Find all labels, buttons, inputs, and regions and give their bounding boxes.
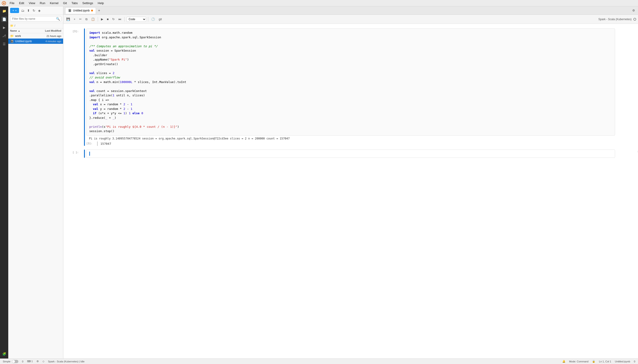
cell-label-empty: [ ]: [73,151,79,154]
settings-icon-button[interactable]: ⚙ [631,8,636,13]
kernel-circle-icon [633,18,636,21]
menubar: File Edit View Run Kernel Git Tabs Setti… [0,0,638,6]
tab-untitled[interactable]: 📓 Untitled.ipynb [65,7,96,14]
toolbar-sep1 [98,17,98,22]
breadcrumb: 📁 / [8,23,63,28]
nb-toolbar: 💾 + ✂ ⧉ 📋 ▶ ■ ↻ ⏭ Code Markdown Raw 🕐 gi… [63,15,638,24]
bell-icon: 🔔 [562,360,565,363]
rail-list-icon[interactable]: ☰ [2,41,7,47]
rail-puzzle-icon[interactable]: 🧩 [2,351,7,357]
rail-files-icon[interactable]: 📄 [2,16,7,22]
upload-file-button[interactable]: ⬆ [27,8,31,13]
col-name-header[interactable]: Name ▲ [10,29,38,32]
copy-cell-button[interactable]: ⧉ [637,150,638,154]
settings-icon: ⚙ [37,360,39,363]
tab-bar: 📓 Untitled.ipynb + ⚙ [63,6,638,15]
rail-git-icon[interactable]: ⎇ [2,33,7,38]
menu-run[interactable]: Run [38,1,47,5]
git-toolbar-button[interactable]: git [157,17,163,22]
toggle-knob [12,360,15,363]
notebook-file-icon: 📓 [68,9,72,12]
plus-icon: + [13,9,14,12]
rail-run-icon[interactable]: ▶ [2,25,7,30]
git-toolbar-label: git [159,18,162,21]
icon-rail: 📁 📄 ▶ ⎇ ☰ 🧩 [0,6,8,358]
notebook-area: 📓 Untitled.ipynb + ⚙ 💾 + ✂ ⧉ 📋 ▶ ■ ↻ ⏭ C… [63,6,638,358]
counter1-label: 0 [22,360,24,363]
cell-type-select[interactable]: Code Markdown Raw [127,17,146,22]
new-button-label: + [15,9,17,12]
tab-add-button[interactable]: + [96,8,102,13]
git-clone-button[interactable]: ◈ [38,8,41,13]
empty-code-area[interactable] [86,150,615,158]
file-row-untitled[interactable]: 📓 Untitled.ipynb 4 minutes ago [8,38,63,44]
shield-icon: 🔒 [592,360,595,363]
stop-button[interactable]: ■ [106,17,110,22]
clock-icon-button[interactable]: 🕐 [150,17,156,22]
file-time-untitled: 4 minutes ago [38,40,61,43]
kernel-status: Spark - Scala (Kubernetes) [598,18,636,21]
svg-point-1 [3,2,5,4]
result-3: 157047 [97,142,111,146]
save-button[interactable]: 💾 [65,17,71,22]
code-cell-3: [3]: import scala.math.random import org… [86,28,615,146]
refresh-button[interactable]: ↻ [32,8,36,13]
cell-gutter [84,28,85,146]
tab-title: Untitled.ipynb [73,9,90,12]
mode-label: Mode: Command [569,360,588,363]
menu-view[interactable]: View [27,1,37,5]
run-button[interactable]: ▶ [100,17,105,22]
cut-button[interactable]: ✂ [78,17,83,22]
file-list-header: Name ▲ Last Modified [8,28,63,33]
sort-icon: ▲ [18,30,20,32]
kernel-label: Spark - Scala (Kubernetes) [598,18,631,21]
upload-folder-button[interactable]: 🗂 [21,8,25,13]
filename-label: Untitled.ipynb [615,360,630,363]
simple-label: Simple [3,360,11,363]
simple-toggle[interactable] [12,360,18,363]
toolbar-sep2 [124,17,125,22]
ln-col-label: Ln 1, Col 1 [599,360,611,363]
folder-item-icon: 📁 [10,34,14,38]
simple-mode-wrap: Simple [3,360,18,363]
counter2-label: 1 [32,360,33,362]
search-input[interactable] [10,16,61,22]
cursor-indicator [89,152,90,156]
cell-label-3: [3]: [73,30,79,33]
menu-help[interactable]: Help [96,1,106,5]
fast-forward-button[interactable]: ⏭ [117,17,123,22]
file-row-work[interactable]: 📁 work 21 hours ago [8,33,63,38]
keyboard-icon: ⌨ [27,360,31,362]
add-cell-button[interactable]: + [73,17,77,22]
rail-folder-icon[interactable]: 📁 [2,8,7,14]
new-button[interactable]: + + [10,8,19,13]
counter2-wrap: ⌨ 1 [27,360,33,363]
copy-button[interactable]: ⧉ [84,17,89,22]
status-bar: Simple 0 ⌨ 1 ⚙ ◇ Spark - Scala (Kubernet… [0,358,638,364]
sidebar: + + 🗂 ⬆ ↻ ◈ 🔍 📁 / Name ▲ Last Modified [8,6,63,358]
file-list: 📁 work 21 hours ago 📓 Untitled.ipynb 4 m… [8,33,63,358]
cell-toolbar-right: ⧉ ↑ ↓ ⊕ ⊞ 🗑 [637,150,638,154]
menu-kernel[interactable]: Kernel [48,1,60,5]
breadcrumb-path: / [15,24,15,27]
menu-tabs[interactable]: Tabs [70,1,79,5]
menu-file[interactable]: File [8,1,16,5]
bell-count-label: 0 [634,360,635,363]
nb-content: [3]: import scala.math.random import org… [63,24,638,358]
folder-icon: 📁 [10,24,14,27]
code-cell-empty: [ ]: ⧉ ↑ ↓ ⊕ ⊞ 🗑 [86,150,615,158]
status-right: 🔔 Mode: Command 🔒 Ln 1, Col 1 Untitled.i… [562,360,635,363]
col-modified-header[interactable]: Last Modified [38,29,61,32]
paste-button[interactable]: 📋 [90,17,96,22]
file-name-work: work [15,34,38,38]
app-body: 📁 📄 ▶ ⎇ ☰ 🧩 + + 🗂 ⬆ ↻ ◈ 🔍 📁 / [0,6,638,358]
menu-edit[interactable]: Edit [17,1,26,5]
menu-settings[interactable]: Settings [81,1,95,5]
search-icon-button[interactable]: 🔍 [56,17,60,21]
restart-button[interactable]: ↻ [111,17,116,22]
tab-unsaved-dot [91,10,93,12]
menu-git[interactable]: Git [61,1,69,5]
output-cell-3: Pi is roughly 3.140955704778524 session … [86,136,615,142]
sidebar-toolbar: + + 🗂 ⬆ ↻ ◈ [8,6,63,15]
code-area-3[interactable]: import scala.math.random import org.apac… [86,28,615,136]
